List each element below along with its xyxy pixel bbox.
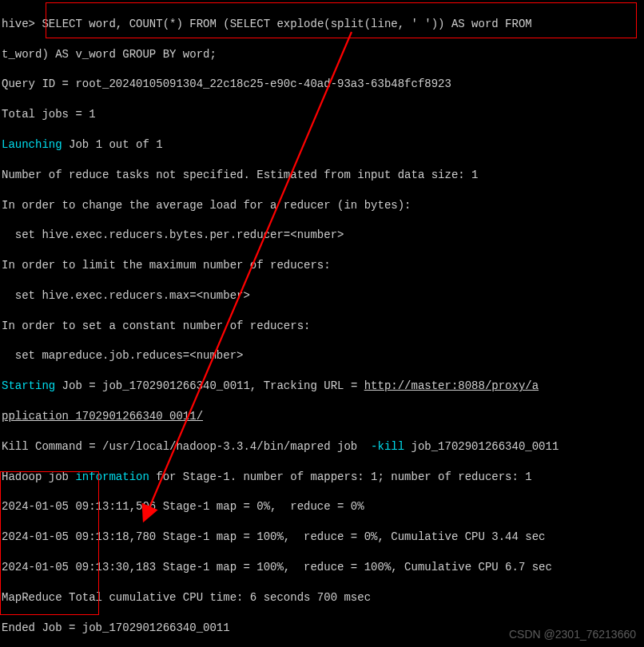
set-max: set hive.exec.reducers.max=<number> [2,289,250,302]
ended-job: Ended Job = job_1702901266340_0011 [2,621,230,634]
query-id: Query ID = root_20240105091304_22c18c25-… [2,77,451,90]
sql-query-line2: t_word) AS v_word GROUP BY word; [2,48,217,61]
starting-text: Job = job_1702901266340_0011, Tracking U… [55,379,364,392]
launching-label: Launching [2,138,62,151]
kill-cmd-post: job_1702901266340_0011 [404,440,559,453]
hadoop-job-post: for Stage-1. number of mappers: 1; numbe… [149,470,532,483]
watermark: CSDN @2301_76213660 [509,627,636,642]
terminal-output[interactable]: hive> SELECT word, COUNT(*) FROM (SELECT… [2,2,642,647]
timestamp-3: 2024-01-05 09:13:30,183 Stage-1 map = 10… [2,561,552,574]
reduce-estimate: Number of reduce tasks not specified. Es… [2,169,479,181]
kill-flag: -kill [371,440,404,453]
set-job: set mapreduce.job.reduces=<number> [2,349,243,362]
set-bytes: set hive.exec.reducers.bytes.per.reducer… [2,228,344,241]
mr-total: MapReduce Total cumulative CPU time: 6 s… [2,591,371,604]
limit-max-hint: In order to limit the maximum number of … [2,259,331,272]
timestamp-2: 2024-01-05 09:13:18,780 Stage-1 map = 10… [2,530,546,543]
tracking-url-line1: http://master:8088/proxy/a [364,379,539,392]
avg-load-hint: In order to change the average load for … [2,199,411,212]
total-jobs: Total jobs = 1 [2,108,96,121]
tracking-url-line2: pplication_1702901266340_0011/ [2,410,203,423]
timestamp-1: 2024-01-05 09:13:11,506 Stage-1 map = 0%… [2,500,364,513]
starting-label: Starting [2,379,55,392]
launching-text: Job 1 out of 1 [62,138,163,151]
information-label: information [75,470,149,483]
hadoop-job-pre: Hadoop job [2,470,75,483]
sql-query-line1: SELECT word, COUNT(*) FROM (SELECT explo… [42,18,531,30]
kill-cmd-pre: Kill Command = /usr/local/hadoop-3.3.4/b… [2,440,371,453]
const-num-hint: In order to set a constant number of red… [2,320,310,332]
hive-prompt: hive> [2,18,42,30]
